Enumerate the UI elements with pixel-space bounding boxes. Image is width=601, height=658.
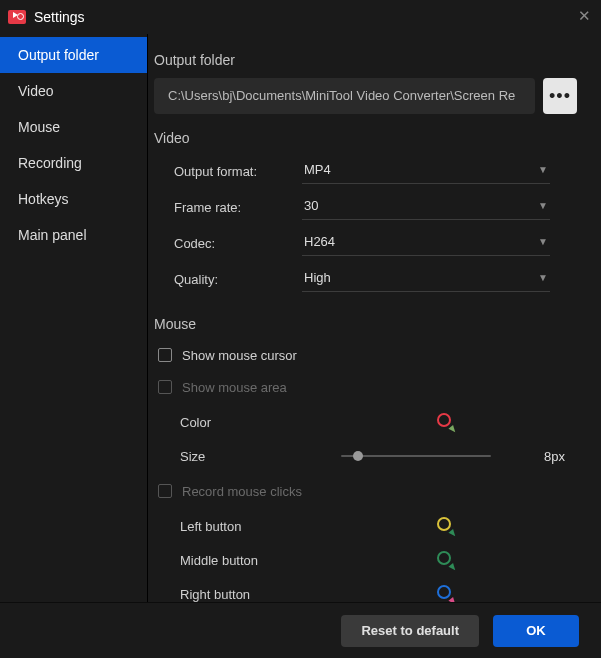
- label-left-button: Left button: [180, 519, 326, 534]
- value-codec: H264: [304, 234, 335, 249]
- label-record-clicks: Record mouse clicks: [182, 484, 302, 499]
- chevron-down-icon: ▼: [538, 236, 548, 247]
- select-codec[interactable]: H264 ▼: [302, 230, 550, 256]
- sidebar-item-output-folder[interactable]: Output folder: [0, 37, 147, 73]
- value-frame-rate: 30: [304, 198, 318, 213]
- row-right-button: Right button: [180, 582, 577, 602]
- settings-window: Settings ✕ Output folder Video Mouse Rec…: [0, 0, 601, 658]
- content-panel: Output folder C:\Users\bj\Documents\Mini…: [147, 34, 601, 602]
- row-size: Size 8px: [180, 444, 577, 468]
- section-output-folder: Output folder: [154, 52, 577, 68]
- label-codec: Codec:: [174, 236, 302, 251]
- sidebar-item-main-panel[interactable]: Main panel: [0, 217, 147, 253]
- row-output-format: Output format: MP4 ▼: [174, 156, 577, 186]
- label-show-cursor: Show mouse cursor: [182, 348, 297, 363]
- sidebar-item-recording[interactable]: Recording: [0, 145, 147, 181]
- chevron-down-icon: ▼: [538, 272, 548, 283]
- middle-button-cursor-icon[interactable]: [437, 551, 455, 569]
- size-slider-thumb[interactable]: [353, 451, 363, 461]
- value-output-format: MP4: [304, 162, 331, 177]
- row-color: Color: [180, 410, 577, 434]
- row-quality: Quality: High ▼: [174, 264, 577, 294]
- checkbox-show-area[interactable]: [158, 380, 172, 394]
- label-middle-button: Middle button: [180, 553, 326, 568]
- label-size: Size: [180, 449, 326, 464]
- output-path-row: C:\Users\bj\Documents\MiniTool Video Con…: [154, 78, 577, 114]
- row-left-button: Left button: [180, 514, 577, 538]
- chevron-down-icon: ▼: [538, 200, 548, 211]
- row-middle-button: Middle button: [180, 548, 577, 572]
- row-record-clicks: Record mouse clicks: [158, 478, 577, 504]
- row-show-area: Show mouse area: [158, 374, 577, 400]
- footer: Reset to default OK: [0, 602, 601, 658]
- reset-button[interactable]: Reset to default: [341, 615, 479, 647]
- color-cursor-icon[interactable]: [437, 413, 455, 431]
- checkbox-show-cursor[interactable]: [158, 348, 172, 362]
- checkbox-record-clicks[interactable]: [158, 484, 172, 498]
- row-frame-rate: Frame rate: 30 ▼: [174, 192, 577, 222]
- body: Output folder Video Mouse Recording Hotk…: [0, 34, 601, 602]
- close-icon[interactable]: ✕: [578, 8, 591, 23]
- output-path-field[interactable]: C:\Users\bj\Documents\MiniTool Video Con…: [154, 78, 535, 114]
- sidebar-item-video[interactable]: Video: [0, 73, 147, 109]
- right-button-cursor-icon[interactable]: [437, 585, 455, 602]
- section-mouse: Mouse: [154, 316, 577, 332]
- left-button-cursor-icon[interactable]: [437, 517, 455, 535]
- size-slider[interactable]: [341, 455, 491, 457]
- app-icon: [8, 10, 26, 24]
- label-right-button: Right button: [180, 587, 326, 602]
- ok-button[interactable]: OK: [493, 615, 579, 647]
- select-frame-rate[interactable]: 30 ▼: [302, 194, 550, 220]
- row-codec: Codec: H264 ▼: [174, 228, 577, 258]
- label-quality: Quality:: [174, 272, 302, 287]
- label-frame-rate: Frame rate:: [174, 200, 302, 215]
- select-output-format[interactable]: MP4 ▼: [302, 158, 550, 184]
- chevron-down-icon: ▼: [538, 164, 548, 175]
- browse-button[interactable]: •••: [543, 78, 577, 114]
- sidebar-item-mouse[interactable]: Mouse: [0, 109, 147, 145]
- window-title: Settings: [34, 9, 85, 25]
- label-show-area: Show mouse area: [182, 380, 287, 395]
- ellipsis-icon: •••: [549, 86, 571, 107]
- section-video: Video: [154, 130, 577, 146]
- value-quality: High: [304, 270, 331, 285]
- size-value: 8px: [515, 449, 565, 464]
- sidebar: Output folder Video Mouse Recording Hotk…: [0, 34, 147, 602]
- label-color: Color: [180, 415, 326, 430]
- select-quality[interactable]: High ▼: [302, 266, 550, 292]
- sidebar-item-hotkeys[interactable]: Hotkeys: [0, 181, 147, 217]
- titlebar: Settings ✕: [0, 0, 601, 34]
- row-show-cursor: Show mouse cursor: [158, 342, 577, 368]
- label-output-format: Output format:: [174, 164, 302, 179]
